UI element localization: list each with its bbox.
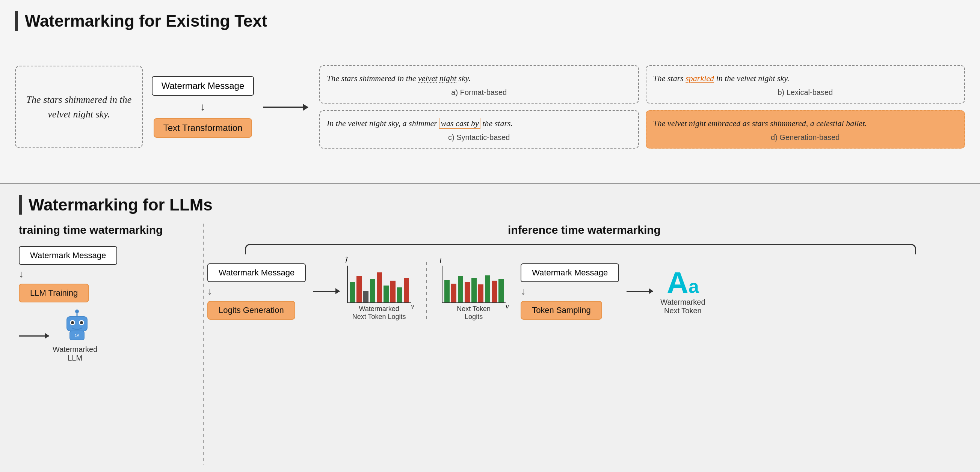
- long-arrow: [263, 106, 308, 108]
- label-a: a) Format-based: [327, 88, 632, 97]
- robot-icon: 1A: [60, 309, 94, 343]
- label-d: d) Generation-based: [653, 133, 958, 142]
- bar9: [404, 278, 409, 303]
- bar6: [383, 285, 389, 303]
- top-section-title: Watermarking for Existing Text: [15, 11, 965, 31]
- bottom-content: training time watermarking Watermark Mes…: [19, 223, 961, 464]
- bar-m5: [471, 278, 477, 303]
- result-boxes: The stars shimmered in the velvet night …: [319, 65, 965, 149]
- result-text-c: In the velvet night sky, a shimmer was c…: [327, 117, 632, 130]
- inner-dashed-divider: [426, 262, 427, 321]
- result-box-a: The stars shimmered in the velvet night …: [319, 65, 639, 103]
- svg-text:1A: 1A: [75, 334, 80, 338]
- training-section: training time watermarking Watermark Mes…: [19, 223, 199, 363]
- bottom-section-title: Watermarking for LLMs: [19, 195, 961, 215]
- training-subtitle: training time watermarking: [19, 223, 163, 236]
- robot-label: WatermarkedLLM: [52, 345, 97, 363]
- training-bottom-row: 1A WatermarkedLLM: [19, 309, 97, 363]
- inference-watermark-msg2: Watermark Message: [520, 263, 619, 282]
- underline-velvet: velvet: [418, 74, 437, 83]
- original-text: The stars shimmered in the velvet night …: [23, 92, 134, 122]
- underline-night: night: [439, 74, 457, 83]
- bar-m7: [485, 276, 490, 303]
- logits-generation-box: Logits Generation: [207, 301, 295, 320]
- result-text-b: The stars sparkled in the velvet night s…: [653, 72, 958, 84]
- middle-flow-area: Watermark Message ↓ Text Transformation: [143, 76, 263, 138]
- bar3: [363, 291, 369, 303]
- long-arrow-container: [263, 106, 308, 108]
- chart1-container: l̃ v: [347, 262, 411, 321]
- label-b: b) Lexical-based: [653, 88, 958, 97]
- chart2-y-label: l: [439, 257, 441, 265]
- arrow-head1: [336, 288, 340, 294]
- title-bar-bottom: [19, 195, 22, 215]
- inference-section: inference time watermarking Watermark Me…: [207, 223, 961, 321]
- llm-training-box: LLM Training: [19, 284, 89, 303]
- token-big-A: A: [667, 266, 689, 299]
- bottom-title-text: Watermarking for LLMs: [29, 195, 213, 214]
- main-container: Watermarking for Existing Text The stars…: [0, 0, 980, 472]
- token-container: Aa WatermarkedNext Token: [660, 268, 705, 315]
- inference-bracket: [245, 244, 916, 254]
- bar7: [390, 280, 396, 303]
- inference-flow-row: Watermark Message ↓ Logits Generation l̃: [207, 262, 961, 321]
- chart2-caption: Next TokenLogits: [457, 305, 490, 321]
- inference-flow-col2: Watermark Message ↓ Token Sampling: [520, 263, 619, 320]
- label-c: c) Syntactic-based: [327, 133, 632, 142]
- sparkled-text: sparkled: [686, 74, 714, 83]
- result-text-d: The velvet night embraced as stars shimm…: [653, 117, 958, 130]
- token-icon: Aa: [667, 268, 699, 298]
- training-flow: Watermark Message ↓ LLM Training: [19, 246, 117, 303]
- title-bar-top: [15, 11, 18, 31]
- svg-rect-2: [67, 317, 87, 331]
- bar-m8: [492, 280, 497, 303]
- section-divider: [203, 223, 204, 464]
- chart1-wrapper: l̃ v: [347, 262, 411, 303]
- bar2: [356, 276, 362, 303]
- inference-flow-col1: Watermark Message ↓ Logits Generation: [207, 263, 306, 320]
- inference-subtitle: inference time watermarking: [207, 223, 961, 236]
- chart2-container: l v: [442, 262, 506, 321]
- top-title-text: Watermarking for Existing Text: [25, 12, 267, 30]
- svg-point-5: [71, 321, 74, 324]
- svg-point-6: [80, 321, 83, 324]
- result-box-c: In the velvet night sky, a shimmer was c…: [319, 110, 639, 149]
- result-box-b: The stars sparkled in the velvet night s…: [646, 65, 965, 103]
- training-down-arrow: ↓: [19, 269, 24, 280]
- chart1-caption: WatermarkedNext Token Logits: [352, 305, 406, 321]
- bar8: [397, 287, 402, 303]
- training-right-arrow: [19, 336, 49, 337]
- bar-m6: [478, 284, 484, 303]
- bar4: [370, 279, 375, 303]
- bar-m3: [458, 276, 463, 303]
- token-label: WatermarkedNext Token: [660, 298, 705, 315]
- bar-m2: [451, 284, 457, 303]
- inference-down-arrow2: ↓: [520, 286, 525, 297]
- result-text-a: The stars shimmered in the velvet night …: [327, 72, 632, 84]
- svg-point-1: [75, 310, 79, 313]
- top-content: The stars shimmered in the velvet night …: [15, 42, 965, 172]
- chart1-y-label: l̃: [345, 257, 347, 265]
- arrow-head: [45, 333, 49, 339]
- down-arrow-top: ↓: [200, 102, 205, 112]
- top-section: Watermarking for Existing Text The stars…: [0, 0, 980, 184]
- inference-arrow2: [627, 291, 653, 292]
- robot-container: 1A WatermarkedLLM: [52, 309, 97, 363]
- token-sampling-box: Token Sampling: [520, 301, 602, 320]
- arrow-head2: [649, 288, 653, 294]
- inference-watermark-msg: Watermark Message: [207, 263, 306, 282]
- chart1: l̃ v: [347, 266, 411, 303]
- chart1-x-label: v: [411, 303, 414, 310]
- result-box-d: The velvet night embraced as stars shimm…: [646, 110, 965, 149]
- inference-arrow1: [313, 291, 340, 292]
- bottom-section: Watermarking for LLMs training time wate…: [0, 184, 980, 472]
- bar-m4: [465, 282, 470, 303]
- text-transformation-box: Text Transformation: [154, 118, 253, 138]
- bar-m1: [444, 280, 450, 303]
- chart2-x-label: v: [506, 303, 509, 310]
- bar5: [377, 272, 382, 303]
- bar1: [350, 282, 355, 303]
- inference-down-arrow1: ↓: [207, 286, 212, 297]
- original-text-box: The stars shimmered in the velvet night …: [15, 66, 143, 148]
- chart2: l v: [442, 266, 506, 303]
